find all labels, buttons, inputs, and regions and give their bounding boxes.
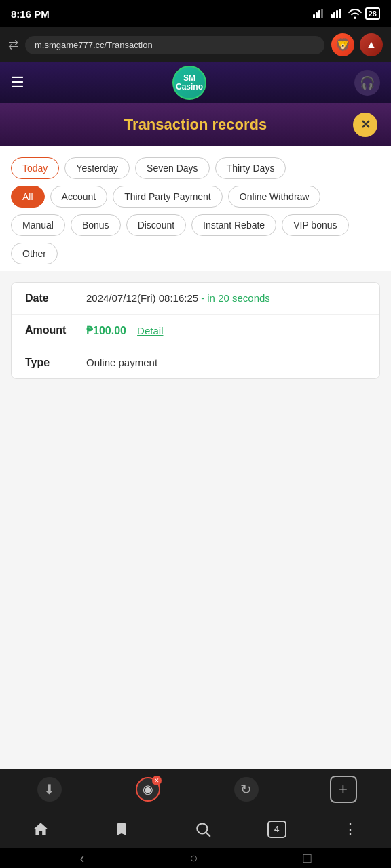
status-icons: 28 — [312, 7, 380, 20]
back-gesture[interactable]: ‹ — [80, 850, 85, 866]
content-spacer — [0, 390, 391, 769]
type-filter-row-2: Manual Bonus Discount Instant Rebate VIP… — [11, 214, 380, 236]
home-button[interactable] — [24, 816, 58, 843]
filter-container: Today Yesterday Seven Days Thirty Days A… — [0, 146, 391, 271]
svg-rect-5 — [333, 12, 335, 18]
browser-actions: 🦁 ▲ — [331, 33, 383, 56]
svg-rect-6 — [336, 10, 338, 18]
filter-online-withdraw[interactable]: Online Withdraw — [228, 186, 321, 208]
type-value: Online payment — [86, 357, 366, 368]
home-icon — [32, 821, 50, 838]
filter-yesterday[interactable]: Yesterday — [64, 157, 130, 179]
bottom-tabs: ⬇ ◉ ✕ ↻ + — [0, 769, 391, 810]
aria-icon[interactable]: ▲ — [360, 33, 383, 56]
filter-seven-days[interactable]: Seven Days — [135, 157, 209, 179]
svg-rect-3 — [321, 9, 323, 18]
detail-link[interactable]: Detail — [137, 325, 163, 336]
amount-value: ₱100.00 Detail — [86, 324, 366, 337]
recents-gesture[interactable]: □ — [303, 850, 311, 866]
filter-other[interactable]: Other — [11, 243, 58, 264]
svg-line-9 — [206, 832, 210, 836]
more-menu-button[interactable]: ⋮ — [333, 816, 367, 843]
support-icon[interactable]: 🎧 — [354, 70, 380, 96]
svg-point-8 — [197, 823, 207, 833]
main-content: ☰ SM Casino 🎧 Transaction records ✕ Toda… — [0, 62, 391, 769]
app-header: ☰ SM Casino 🎧 — [0, 62, 391, 103]
tab-back[interactable]: ⬇ — [35, 774, 64, 804]
home-gesture[interactable]: ○ — [189, 850, 198, 866]
filter-today[interactable]: Today — [11, 157, 59, 179]
title-banner: Transaction records ✕ — [0, 103, 391, 146]
battery-indicator: 28 — [365, 7, 380, 20]
signal-icon-2 — [330, 9, 345, 18]
close-badge: ✕ — [152, 776, 162, 785]
tab-refresh[interactable]: ↻ — [231, 774, 261, 804]
type-row: Type Online payment — [12, 347, 379, 378]
filter-thirty-days[interactable]: Thirty Days — [215, 157, 286, 179]
wifi-icon — [348, 8, 362, 19]
refresh-icon: ↻ — [234, 777, 259, 802]
svg-rect-7 — [339, 9, 341, 18]
amount-row: Amount ₱100.00 Detail — [12, 315, 379, 347]
date-label: Date — [25, 292, 86, 304]
app-logo: SM Casino — [172, 66, 206, 100]
new-tab-button[interactable]: + — [330, 776, 357, 803]
status-time: 8:16 PM — [11, 8, 50, 20]
filter-third-party[interactable]: Third Party Payment — [113, 186, 223, 208]
transaction-card: Date 2024/07/12(Fri) 08:16:25- in 20 sec… — [11, 282, 380, 379]
filter-account[interactable]: Account — [50, 186, 108, 208]
svg-rect-0 — [313, 14, 315, 18]
search-button[interactable] — [186, 816, 220, 843]
type-filter-row-1: All Account Third Party Payment Online W… — [11, 186, 380, 208]
date-main: 2024/07/12(Fri) 08:16:25 — [86, 292, 198, 304]
filter-bonus[interactable]: Bonus — [71, 214, 121, 236]
svg-rect-4 — [331, 14, 333, 18]
home-indicator: ‹ ○ □ — [0, 848, 391, 868]
svg-rect-1 — [316, 12, 318, 18]
date-filter-row: Today Yesterday Seven Days Thirty Days — [11, 157, 380, 179]
page-title: Transaction records — [38, 116, 353, 134]
menu-icon[interactable]: ☰ — [11, 74, 24, 92]
filter-manual[interactable]: Manual — [11, 214, 65, 236]
browser-menu-icon[interactable]: ⇄ — [8, 37, 18, 52]
type-label: Type — [25, 357, 86, 369]
date-row: Date 2024/07/12(Fri) 08:16:25- in 20 sec… — [12, 283, 379, 315]
amount-number: ₱100.00 — [86, 325, 126, 336]
filter-all[interactable]: All — [11, 186, 45, 208]
filter-vip-bonus[interactable]: VIP bonus — [282, 214, 348, 236]
back-icon: ⬇ — [37, 777, 62, 802]
date-countdown: - in 20 seconds — [201, 292, 270, 304]
filter-discount[interactable]: Discount — [126, 214, 186, 236]
amount-label: Amount — [25, 324, 86, 336]
signal-icon — [312, 9, 327, 18]
filter-instant-rebate[interactable]: Instant Rebate — [191, 214, 276, 236]
tab-active-camera[interactable]: ◉ ✕ — [133, 774, 163, 804]
nav-bar: 4 ⋮ — [0, 810, 391, 848]
brave-icon[interactable]: 🦁 — [331, 33, 354, 56]
status-bar: 8:16 PM 28 — [0, 0, 391, 27]
url-bar[interactable]: m.smgame777.cc/Transaction — [25, 36, 324, 54]
bookmark-button[interactable] — [105, 816, 138, 843]
logo-line2: Casino — [176, 83, 203, 92]
date-value: 2024/07/12(Fri) 08:16:25- in 20 seconds — [86, 292, 366, 304]
browser-bar: ⇄ m.smgame777.cc/Transaction 🦁 ▲ — [0, 27, 391, 62]
type-filter-row-3: Other — [11, 243, 380, 264]
search-icon — [194, 821, 212, 838]
svg-rect-2 — [318, 10, 320, 18]
tabs-count[interactable]: 4 — [267, 821, 286, 838]
close-button[interactable]: ✕ — [353, 113, 377, 137]
bookmark-icon — [113, 821, 130, 837]
